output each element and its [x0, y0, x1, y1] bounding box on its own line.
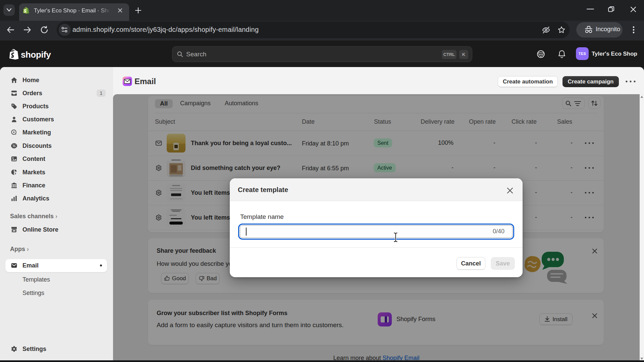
svg-text:$: $: [15, 172, 16, 175]
